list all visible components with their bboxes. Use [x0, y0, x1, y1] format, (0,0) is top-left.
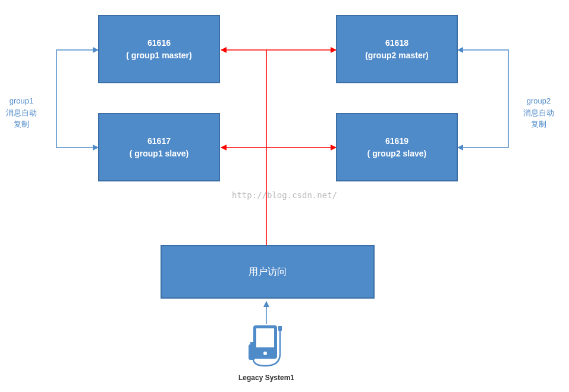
node-group1-slave: 61617 ( group1 slave) [98, 113, 220, 181]
legacy-system-label: Legacy System1 [237, 374, 296, 382]
node-role: ( group2 slave) [367, 148, 427, 160]
node-port: 61619 [385, 135, 408, 148]
node-role: ( group1 slave) [130, 148, 189, 160]
node-role: (group2 master) [365, 49, 429, 62]
watermark-text: http://blog.csdn.net/ [232, 190, 337, 200]
node-port: 61617 [147, 135, 171, 148]
node-port: 61618 [385, 37, 408, 49]
label-group2-replication: group2 消息自动 复制 [523, 95, 554, 130]
node-role: ( group1 master) [126, 49, 191, 62]
svg-rect-5 [278, 326, 282, 331]
node-group2-slave: 61619 ( group2 slave) [336, 113, 458, 181]
label-group1-replication: group1 消息自动 复制 [6, 95, 37, 130]
svg-point-2 [263, 352, 267, 355]
node-port: 61616 [147, 37, 171, 49]
svg-rect-3 [249, 344, 255, 360]
svg-rect-1 [256, 328, 274, 347]
svg-rect-4 [250, 342, 253, 346]
node-group2-master: 61618 (group2 master) [336, 15, 458, 83]
link-group1-replication [56, 50, 98, 148]
legacy-system-icon [247, 324, 285, 371]
node-user-access: 用户访问 [161, 245, 375, 299]
link-group2-replication [458, 50, 508, 148]
user-access-label: 用户访问 [249, 266, 287, 278]
node-group1-master: 61616 ( group1 master) [98, 15, 220, 83]
